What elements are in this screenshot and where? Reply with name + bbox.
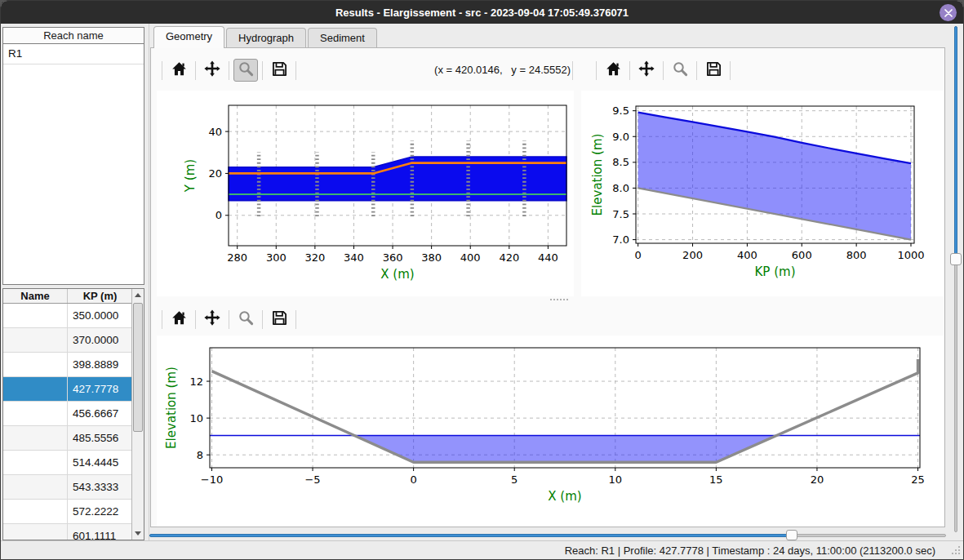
profile-slider-handle[interactable] — [950, 253, 962, 265]
table-row[interactable]: 370.0000 — [3, 328, 132, 353]
zoom-button[interactable] — [233, 308, 258, 331]
svg-text:X (m): X (m) — [380, 267, 414, 282]
svg-text:10: 10 — [609, 473, 623, 486]
table-row[interactable]: 572.2222 — [3, 500, 132, 524]
table-row[interactable]: 398.8889 — [3, 353, 132, 377]
splitter-handle[interactable] — [541, 297, 577, 302]
plan-view-chart[interactable]: 28030032034036038040042044002040X (m)Y (… — [157, 91, 574, 296]
cursor-coordinates: (x = 420.0146, y = 24.5552) — [396, 56, 571, 84]
svg-text:340: 340 — [344, 251, 364, 264]
close-button[interactable] — [940, 4, 957, 21]
table-row[interactable]: 456.6667 — [3, 402, 132, 426]
home-button[interactable] — [167, 59, 191, 82]
list-item-reach[interactable]: R1 — [3, 44, 144, 64]
svg-text:360: 360 — [383, 251, 403, 264]
reach-list: R1 — [2, 43, 144, 285]
profile-slider[interactable] — [947, 24, 964, 540]
svg-text:X (m): X (m) — [548, 489, 581, 504]
svg-text:400: 400 — [737, 249, 757, 261]
svg-text:300: 300 — [266, 251, 287, 264]
time-slider-handle[interactable] — [786, 530, 797, 540]
svg-text:400: 400 — [460, 251, 481, 264]
table-row[interactable]: 350.0000 — [3, 304, 132, 328]
time-slider[interactable] — [149, 530, 946, 540]
tab-geometry[interactable]: Geometry — [153, 26, 224, 48]
zoom-button[interactable] — [233, 59, 258, 82]
long-profile-chart[interactable]: 020040060080010007.07.58.08.59.09.5KP (m… — [581, 91, 944, 296]
table-row[interactable]: 543.3333 — [3, 475, 132, 500]
reach-name-header: Reach name — [2, 27, 144, 44]
save-icon — [272, 310, 287, 329]
zoom-icon — [673, 61, 688, 80]
zoom-icon — [238, 310, 254, 329]
svg-text:800: 800 — [846, 249, 867, 261]
cell-kp: 427.7778 — [68, 377, 132, 401]
long-profile-toolbar — [592, 56, 735, 84]
pan-button[interactable] — [200, 308, 224, 331]
cell-name — [3, 402, 68, 425]
pan-button[interactable] — [200, 59, 224, 82]
cell-name — [3, 328, 68, 352]
svg-text:8: 8 — [197, 449, 203, 461]
svg-text:−10: −10 — [201, 473, 223, 486]
svg-text:1000: 1000 — [897, 249, 924, 261]
save-button[interactable] — [267, 308, 291, 331]
scroll-down-button[interactable] — [132, 527, 144, 540]
svg-text:0: 0 — [215, 209, 222, 221]
cell-kp: 572.2222 — [68, 500, 132, 523]
zoom-button[interactable] — [668, 59, 692, 82]
cross-section-toolbar — [158, 305, 300, 333]
svg-text:KP (m): KP (m) — [755, 264, 796, 279]
pan-button[interactable] — [634, 59, 659, 82]
svg-text:8.0: 8.0 — [612, 182, 629, 194]
table-row[interactable]: 601.1111 — [3, 524, 132, 540]
scrollbar-thumb[interactable] — [133, 303, 143, 432]
svg-text:280: 280 — [227, 251, 247, 264]
cell-name — [3, 377, 68, 401]
profile-table-header: Name KP (m) — [3, 289, 132, 304]
pan-icon — [638, 60, 655, 80]
resize-grip[interactable] — [951, 544, 961, 558]
home-button[interactable] — [601, 59, 625, 82]
svg-text:9.0: 9.0 — [612, 131, 629, 143]
cross-section-chart[interactable]: −10−5051015202581012X (m)Elevation (m) — [157, 336, 944, 527]
cell-name — [3, 353, 68, 376]
pan-icon — [204, 60, 220, 80]
close-icon — [944, 6, 953, 20]
svg-text:12: 12 — [189, 376, 203, 388]
svg-text:0: 0 — [635, 249, 642, 261]
tab-sediment[interactable]: Sediment — [308, 28, 377, 48]
table-row[interactable]: 514.4445 — [3, 451, 132, 475]
column-header-kp[interactable]: KP (m) — [68, 289, 132, 303]
svg-text:0: 0 — [410, 473, 416, 486]
svg-text:600: 600 — [792, 249, 812, 261]
titlebar: Results - Elargissement - src - 2023-09-… — [1, 1, 963, 24]
tabbar: GeometryHydrographSediment — [153, 25, 379, 48]
plots-frame: (x = 420.0146, y = 24.5552) — [150, 47, 945, 527]
table-row[interactable]: 427.7778 — [3, 377, 132, 402]
cell-kp: 456.6667 — [68, 402, 132, 425]
svg-text:Elevation (m): Elevation (m) — [590, 134, 605, 216]
svg-text:5: 5 — [511, 473, 518, 486]
status-text: Reach: R1 | Profile: 427.7778 | Timestam… — [565, 541, 935, 560]
cell-name — [3, 304, 68, 327]
pan-icon — [204, 309, 220, 329]
scroll-up-button[interactable] — [132, 289, 144, 301]
save-button[interactable] — [267, 59, 291, 82]
tab-hydrograph[interactable]: Hydrograph — [226, 28, 306, 48]
table-scrollbar[interactable] — [131, 289, 144, 540]
save-button[interactable] — [701, 59, 726, 82]
save-icon — [272, 61, 287, 80]
profile-table: Name KP (m) 350.0000370.0000398.8889427.… — [2, 288, 144, 540]
zoom-icon — [238, 61, 254, 80]
svg-text:15: 15 — [709, 473, 723, 486]
statusbar: Reach: R1 | Profile: 427.7778 | Timestam… — [1, 540, 963, 560]
svg-text:380: 380 — [421, 251, 442, 264]
home-button[interactable] — [167, 308, 191, 331]
cell-name — [3, 426, 68, 450]
column-header-name[interactable]: Name — [3, 289, 68, 303]
cell-kp: 543.3333 — [68, 475, 132, 499]
table-row[interactable]: 485.5556 — [3, 426, 132, 451]
svg-text:9.5: 9.5 — [612, 104, 629, 117]
sidebar: Reach name R1 Name KP (m) 350.0000370.00… — [1, 24, 149, 540]
